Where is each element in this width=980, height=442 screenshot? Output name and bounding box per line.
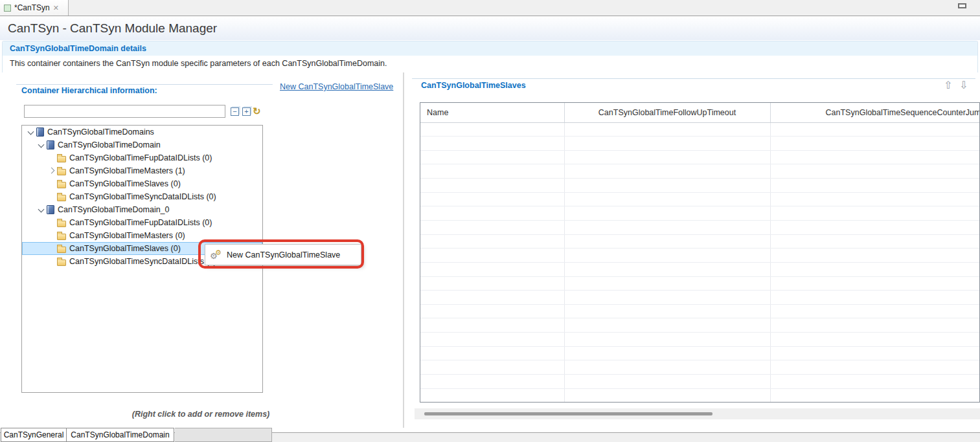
tree-item[interactable]: CanTSynGlobalTimeDomains (22, 126, 262, 138)
table-row[interactable] (420, 360, 980, 375)
table-cell[interactable] (564, 206, 770, 221)
tree-item[interactable]: CanTSynGlobalTimeDomain (22, 138, 262, 151)
table-cell[interactable] (420, 164, 564, 179)
table-cell[interactable] (770, 122, 980, 137)
table-cell[interactable] (564, 388, 770, 403)
table-cell[interactable] (564, 234, 770, 249)
table-cell[interactable] (564, 318, 770, 333)
scrollbar-thumb[interactable] (424, 412, 712, 415)
table-cell[interactable] (564, 333, 770, 347)
table-cell[interactable] (770, 137, 980, 151)
table-cell[interactable] (420, 360, 564, 375)
table-row[interactable] (420, 234, 980, 249)
table-cell[interactable] (420, 192, 564, 206)
table-cell[interactable] (420, 333, 564, 347)
table-cell[interactable] (564, 262, 770, 276)
minimize-icon[interactable] (958, 3, 966, 8)
table-cell[interactable] (420, 220, 564, 234)
table-cell[interactable] (420, 304, 564, 318)
expand-all-icon[interactable]: + (242, 107, 251, 116)
table-cell[interactable] (770, 234, 980, 249)
table-row[interactable] (420, 262, 980, 276)
table-row[interactable] (420, 318, 980, 333)
table-cell[interactable] (564, 346, 770, 360)
table-cell[interactable] (420, 179, 564, 193)
table-cell[interactable] (564, 249, 770, 263)
move-down-icon[interactable]: ⇩ (959, 80, 968, 91)
table-cell[interactable] (564, 122, 770, 137)
table-cell[interactable] (564, 192, 770, 206)
table-row[interactable] (420, 206, 980, 221)
table-cell[interactable] (770, 318, 980, 333)
chevron-right-icon[interactable] (47, 164, 57, 177)
table-cell[interactable] (770, 179, 980, 193)
table-row[interactable] (420, 220, 980, 234)
table-row[interactable] (420, 304, 980, 318)
tree-item[interactable]: CanTSynGlobalTimeSlaves (0) (22, 177, 262, 190)
column-header[interactable]: CanTSynGlobalTimeSequenceCounterJump (770, 103, 980, 122)
table-cell[interactable] (770, 291, 980, 305)
tree-item[interactable]: CanTSynGlobalTimeSyncDataIDLists (0) (22, 190, 262, 203)
table-row[interactable] (420, 249, 980, 263)
table-cell[interactable] (564, 150, 770, 164)
tree-item[interactable]: CanTSynGlobalTimeDomain_0 (22, 203, 262, 216)
tree-item[interactable]: CanTSynGlobalTimeFupDataIDLists (0) (22, 216, 262, 229)
table-cell[interactable] (770, 150, 980, 164)
tree-filter-input[interactable] (24, 105, 225, 118)
table-cell[interactable] (564, 137, 770, 151)
table-cell[interactable] (564, 276, 770, 291)
table-cell[interactable] (770, 360, 980, 375)
table-row[interactable] (420, 150, 980, 164)
bottom-tab-cantsynglobaltimedomain[interactable]: CanTSynGlobalTimeDomain (66, 428, 174, 442)
table-cell[interactable] (420, 276, 564, 291)
table-cell[interactable] (770, 375, 980, 389)
refresh-icon[interactable]: ↻ (253, 105, 261, 117)
table-cell[interactable] (770, 276, 980, 291)
chevron-down-icon[interactable] (26, 126, 36, 138)
table-row[interactable] (420, 346, 980, 360)
table-cell[interactable] (564, 164, 770, 179)
table-cell[interactable] (564, 179, 770, 193)
table-row[interactable] (420, 122, 980, 137)
pane-divider[interactable] (403, 72, 404, 428)
table-cell[interactable] (770, 304, 980, 318)
table-cell[interactable] (564, 291, 770, 305)
table-cell[interactable] (770, 164, 980, 179)
table-cell[interactable] (420, 262, 564, 276)
bottom-tab-cantsyngeneral[interactable]: CanTSynGeneral (1, 428, 67, 442)
table-cell[interactable] (420, 318, 564, 333)
table-row[interactable] (420, 192, 980, 206)
context-menu-item-new-slave[interactable]: New CanTSynGlobalTimeSlave (227, 250, 340, 260)
table-cell[interactable] (420, 150, 564, 164)
table-row[interactable] (420, 137, 980, 151)
tree-item[interactable]: CanTSynGlobalTimeMasters (1) (22, 164, 262, 177)
table-cell[interactable] (420, 137, 564, 151)
table-row[interactable] (420, 333, 980, 347)
table-cell[interactable] (420, 375, 564, 389)
table-cell[interactable] (770, 333, 980, 347)
table-cell[interactable] (770, 346, 980, 360)
table-cell[interactable] (770, 388, 980, 403)
table-row[interactable] (420, 388, 980, 403)
table-cell[interactable] (420, 388, 564, 403)
column-header[interactable]: Name (420, 103, 564, 122)
table-cell[interactable] (770, 206, 980, 221)
tree-item[interactable]: CanTSynGlobalTimeFupDataIDLists (0) (22, 151, 262, 164)
table-row[interactable] (420, 276, 980, 291)
table-cell[interactable] (564, 375, 770, 389)
chevron-down-icon[interactable] (36, 138, 47, 151)
table-cell[interactable] (420, 249, 564, 263)
table-cell[interactable] (564, 360, 770, 375)
chevron-down-icon[interactable] (36, 203, 47, 216)
table-cell[interactable] (564, 304, 770, 318)
table-cell[interactable] (420, 234, 564, 249)
table-row[interactable] (420, 164, 980, 179)
table-row[interactable] (420, 291, 980, 305)
table-cell[interactable] (770, 192, 980, 206)
table-cell[interactable] (770, 262, 980, 276)
table-cell[interactable] (420, 122, 564, 137)
move-up-icon[interactable]: ⇧ (944, 80, 952, 91)
new-slave-link[interactable]: New CanTSynGlobalTimeSlave (280, 82, 393, 91)
table-cell[interactable] (770, 249, 980, 263)
table-row[interactable] (420, 375, 980, 389)
